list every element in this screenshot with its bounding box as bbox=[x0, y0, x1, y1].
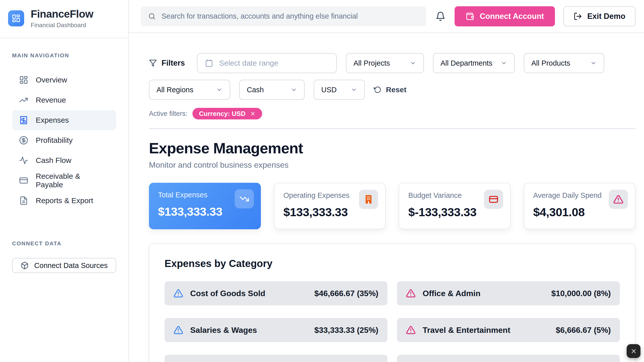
filters-title: Filters bbox=[149, 59, 185, 68]
category-row-salaries-wages[interactable]: Salaries & Wages $33,333.33 (25%) bbox=[165, 318, 387, 342]
sidebar-item-label: Cash Flow bbox=[36, 156, 71, 165]
stat-card-budget-variance[interactable]: Budget Variance $-133,333.33 bbox=[399, 183, 511, 229]
category-value: $6,666.67 (5%) bbox=[556, 326, 611, 335]
chevron-down-icon bbox=[410, 60, 416, 66]
connect-data-sources-label: Connect Data Sources bbox=[34, 261, 108, 270]
close-overlay-button[interactable] bbox=[627, 344, 640, 358]
reset-filters-button[interactable]: Reset bbox=[374, 85, 407, 94]
currency-chip-label: Currency: USD bbox=[199, 110, 246, 118]
brand: FinanceFlow Financial Dashboard bbox=[0, 0, 128, 38]
sidebar-item-profitability[interactable]: Profitability bbox=[12, 130, 116, 150]
sidebar-item-expenses[interactable]: Expenses bbox=[12, 110, 116, 130]
products-select[interactable]: All Products bbox=[524, 53, 604, 73]
category-row-cost-of-goods-sold[interactable]: Cost of Goods Sold $46,666.67 (35%) bbox=[165, 281, 387, 305]
chevron-down-icon bbox=[590, 60, 597, 66]
products-select-value: All Products bbox=[531, 59, 570, 67]
category-name: Office & Admin bbox=[423, 289, 480, 298]
file-text-icon bbox=[19, 196, 28, 205]
payment-method-select-value: Cash bbox=[247, 86, 264, 94]
calendar-icon bbox=[205, 59, 213, 67]
chevron-down-icon bbox=[216, 86, 223, 93]
sidebar-item-label: Expenses bbox=[36, 116, 69, 124]
alert-triangle-icon bbox=[406, 325, 416, 335]
alert-triangle-icon bbox=[174, 325, 183, 335]
stat-card-total-expenses[interactable]: Total Expenses $133,333.33 bbox=[149, 183, 261, 229]
page-subtitle: Monitor and control business expenses bbox=[149, 160, 635, 170]
category-row-office-admin[interactable]: Office & Admin $10,000.00 (8%) bbox=[397, 281, 620, 305]
category-name: Salaries & Wages bbox=[190, 326, 257, 335]
main-navigation: MAIN NAVIGATION Overview Revenue Expense… bbox=[0, 38, 128, 211]
sidebar-item-cash-flow[interactable]: Cash Flow bbox=[12, 150, 116, 170]
rotate-ccw-icon bbox=[374, 86, 381, 94]
wallet-icon bbox=[466, 12, 474, 21]
topbar: Connect Account Exit Demo bbox=[129, 0, 644, 33]
page-title: Expense Management bbox=[149, 140, 635, 157]
search-input[interactable] bbox=[162, 12, 419, 20]
regions-select[interactable]: All Regions bbox=[149, 80, 230, 100]
sidebar-item-overview[interactable]: Overview bbox=[12, 70, 116, 90]
building-icon bbox=[359, 190, 378, 209]
regions-select-value: All Regions bbox=[156, 86, 193, 94]
sidebar-item-label: Revenue bbox=[36, 96, 66, 104]
category-row-professional-services[interactable]: Professional Services $3,333.33 (3%) bbox=[397, 355, 620, 362]
search-icon bbox=[148, 12, 156, 20]
departments-select[interactable]: All Departments bbox=[433, 53, 515, 73]
projects-select[interactable]: All Projects bbox=[346, 53, 424, 73]
sidebar-item-receivable-payable[interactable]: Receivable & Payable bbox=[12, 170, 116, 191]
stat-card-operating-expenses[interactable]: Operating Expenses $133,333.33 bbox=[274, 183, 386, 229]
sidebar: FinanceFlow Financial Dashboard MAIN NAV… bbox=[0, 0, 129, 362]
filters-row-2: All Regions Cash USD Reset bbox=[149, 80, 635, 100]
expenses-by-category-title: Expenses by Category bbox=[165, 258, 620, 269]
alert-triangle-icon bbox=[609, 190, 628, 209]
logout-icon bbox=[574, 12, 582, 21]
connect-data-label: CONNECT DATA bbox=[12, 240, 116, 247]
exit-demo-button[interactable]: Exit Demo bbox=[564, 6, 635, 26]
credit-card-icon bbox=[484, 190, 503, 209]
sidebar-item-revenue[interactable]: Revenue bbox=[12, 90, 116, 110]
nav-section-label: MAIN NAVIGATION bbox=[12, 52, 116, 59]
filter-funnel-icon bbox=[149, 59, 157, 67]
stat-cards-row: Total Expenses $133,333.33 Operating Exp… bbox=[149, 183, 635, 229]
receipt-icon bbox=[19, 116, 28, 125]
main-column: Connect Account Exit Demo Filters Select… bbox=[129, 0, 644, 362]
connect-account-label: Connect Account bbox=[480, 12, 544, 21]
expenses-by-category-card: Expenses by Category Cost of Goods Sold … bbox=[149, 243, 635, 362]
category-row-marketing[interactable]: Marketing $20,000.00 (15%) bbox=[165, 355, 387, 362]
date-range-placeholder: Select date range bbox=[219, 59, 278, 67]
circle-dollar-icon bbox=[19, 136, 28, 145]
stat-card-average-daily-spend[interactable]: Average Daily Spend $4,301.08 bbox=[524, 183, 636, 229]
currency-select-value: USD bbox=[321, 86, 337, 94]
category-list: Cost of Goods Sold $46,666.67 (35%) Offi… bbox=[165, 281, 620, 362]
credit-card-icon bbox=[19, 176, 28, 185]
notifications-bell-button[interactable] bbox=[435, 11, 446, 22]
close-icon bbox=[630, 348, 637, 354]
category-row-travel-entertainment[interactable]: Travel & Entertainment $6,666.67 (5%) bbox=[397, 318, 620, 342]
currency-select[interactable]: USD bbox=[314, 80, 365, 100]
category-value: $33,333.33 (25%) bbox=[314, 326, 378, 335]
sidebar-item-label: Profitability bbox=[36, 136, 73, 145]
departments-select-value: All Departments bbox=[440, 59, 492, 67]
filters-label: Filters bbox=[162, 59, 185, 68]
box-icon bbox=[21, 261, 29, 269]
filters-row-1: Filters Select date range All Projects A… bbox=[149, 53, 635, 73]
connect-data-sources-button[interactable]: Connect Data Sources bbox=[12, 258, 116, 273]
exit-demo-label: Exit Demo bbox=[587, 12, 625, 21]
payment-method-select[interactable]: Cash bbox=[239, 80, 305, 100]
sidebar-item-label: Receivable & Payable bbox=[36, 172, 109, 189]
projects-select-value: All Projects bbox=[353, 59, 390, 67]
currency-filter-chip[interactable]: Currency: USD bbox=[192, 108, 262, 119]
search-bar[interactable] bbox=[141, 6, 426, 26]
connect-account-button[interactable]: Connect Account bbox=[455, 6, 555, 26]
sidebar-item-reports-export[interactable]: Reports & Export bbox=[12, 191, 116, 211]
category-name: Travel & Entertainment bbox=[423, 326, 510, 335]
close-icon[interactable] bbox=[250, 111, 256, 116]
alert-triangle-icon bbox=[174, 289, 183, 298]
app-logo-icon bbox=[8, 10, 24, 26]
connect-data-section: CONNECT DATA Connect Data Sources bbox=[0, 240, 128, 273]
date-range-input[interactable]: Select date range bbox=[197, 53, 337, 73]
category-value: $10,000.00 (8%) bbox=[551, 289, 611, 298]
content-area: Filters Select date range All Projects A… bbox=[129, 33, 644, 362]
brand-name: FinanceFlow bbox=[31, 8, 93, 20]
sidebar-item-label: Reports & Export bbox=[36, 196, 93, 205]
category-name: Cost of Goods Sold bbox=[190, 289, 265, 298]
